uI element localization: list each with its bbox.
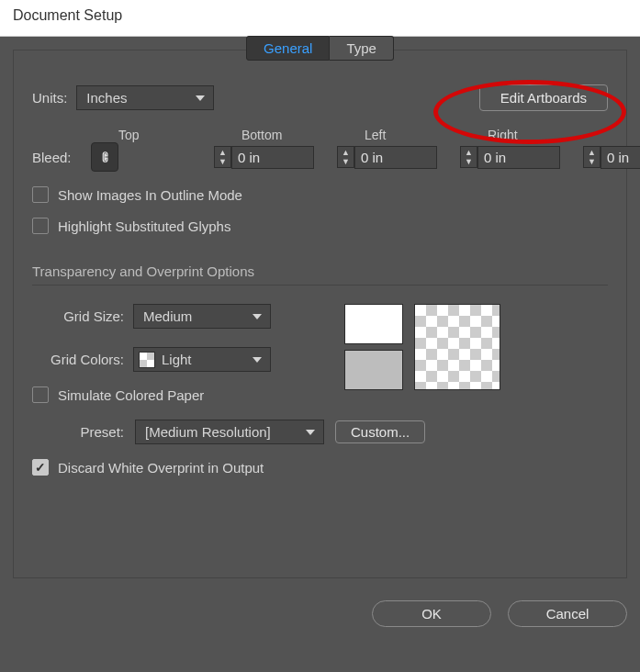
custom-button[interactable]: Custom... <box>335 420 425 443</box>
swatch-checker-preview <box>414 304 500 390</box>
arrow-down-icon[interactable]: ▼ <box>219 158 227 165</box>
preset-select[interactable]: [Medium Resolution] <box>135 420 324 444</box>
grid-size-label: Grid Size: <box>32 308 124 324</box>
show-images-label: Show Images In Outline Mode <box>58 187 242 203</box>
edit-artboards-button[interactable]: Edit Artboards <box>479 84 608 111</box>
bleed-top-stepper[interactable]: ▲▼ <box>214 146 333 169</box>
bleed-bottom-stepper[interactable]: ▲▼ <box>337 146 456 169</box>
bleed-left-input[interactable] <box>477 146 560 169</box>
swatch-grey[interactable] <box>344 350 403 390</box>
simulate-paper-label: Simulate Colored Paper <box>58 387 204 403</box>
grid-colors-label: Grid Colors: <box>32 352 124 367</box>
bleed-header-left: Left <box>337 128 456 142</box>
preset-label: Preset: <box>32 424 124 440</box>
tab-bar: General Type <box>32 36 608 61</box>
divider <box>32 285 608 286</box>
checker-icon <box>139 352 155 368</box>
arrow-up-icon[interactable]: ▲ <box>342 149 350 156</box>
bleed-right-stepper[interactable]: ▲▼ <box>583 146 614 169</box>
units-label: Units: <box>32 90 67 106</box>
highlight-glyphs-label: Highlight Substituted Glyphs <box>58 218 230 234</box>
link-icon <box>98 149 111 165</box>
arrow-up-icon[interactable]: ▲ <box>588 149 596 156</box>
ok-button[interactable]: OK <box>372 600 491 627</box>
inner-panel: General Type Units: Inches Edit Artboard… <box>13 50 627 578</box>
simulate-paper-checkbox[interactable] <box>32 386 49 403</box>
show-images-checkbox[interactable] <box>32 186 49 203</box>
bleed-bottom-input[interactable] <box>354 146 437 169</box>
dialog-body: General Type Units: Inches Edit Artboard… <box>0 37 640 672</box>
arrow-down-icon[interactable]: ▼ <box>465 158 473 165</box>
highlight-glyphs-checkbox[interactable] <box>32 218 49 234</box>
transparency-title: Transparency and Overprint Options <box>32 263 608 279</box>
bleed-header-bottom: Bottom <box>214 128 333 142</box>
arrow-up-icon[interactable]: ▲ <box>465 149 473 156</box>
discard-white-checkbox[interactable] <box>32 459 49 476</box>
arrow-down-icon[interactable]: ▼ <box>588 158 596 165</box>
bleed-label: Bleed: <box>32 150 87 165</box>
grid-size-select[interactable]: Medium <box>133 304 271 329</box>
bleed-header-right: Right <box>460 128 579 142</box>
bleed-top-input[interactable] <box>231 146 314 169</box>
transparency-swatches <box>344 304 500 403</box>
bleed-header-top: Top <box>91 128 210 142</box>
tab-type[interactable]: Type <box>330 36 394 61</box>
units-select[interactable]: Inches <box>76 85 214 110</box>
discard-white-label: Discard White Overprint in Output <box>58 460 264 476</box>
window-title: Document Setup <box>0 0 640 37</box>
link-bleed-button[interactable] <box>91 142 118 172</box>
arrow-down-icon[interactable]: ▼ <box>342 158 350 165</box>
cancel-button[interactable]: Cancel <box>508 600 627 627</box>
bleed-right-input[interactable] <box>601 146 640 169</box>
arrow-up-icon[interactable]: ▲ <box>219 149 227 156</box>
tab-general[interactable]: General <box>246 36 330 61</box>
bleed-left-stepper[interactable]: ▲▼ <box>460 146 579 169</box>
swatch-white[interactable] <box>344 304 403 344</box>
